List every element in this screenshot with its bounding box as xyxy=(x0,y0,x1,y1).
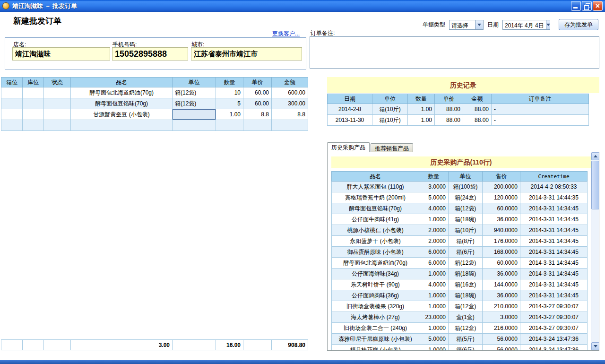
tab-history-purchase[interactable]: 历史采购产品 xyxy=(327,142,370,152)
purchase-row-price: 120.0000 xyxy=(483,192,520,203)
order-totals-row: 3.00 16.00 908.80 xyxy=(1,340,308,350)
purchase-row[interactable]: 乐天树叶饼干 (90g)4.0000箱(16盒)144.00002014-3-3… xyxy=(332,279,588,290)
purchase-row-price: 176.0000 xyxy=(483,236,520,247)
purchase-row-qty: 2.0000 xyxy=(419,236,449,247)
purchase-row-qty: 1.0000 xyxy=(419,290,449,301)
history-row-qty: 1.00 xyxy=(408,115,435,126)
purchase-row-unit: 箱(12袋) xyxy=(449,258,483,269)
purchase-row-name: 胖大人紫米面包 (110g) xyxy=(332,182,419,192)
purchase-row-time: 2014-3-27 09:30:07 xyxy=(520,323,588,334)
purchase-row-qty: 4.0000 xyxy=(419,203,449,214)
purchase-row-unit: 箱(18碗) xyxy=(449,269,483,279)
restore-button[interactable] xyxy=(582,1,592,11)
change-customer-link[interactable]: 更换客户... xyxy=(272,30,306,38)
purchase-row[interactable]: 公仔面牛肉味(41g)1.0000箱(18碗)36.00002014-3-31 … xyxy=(332,214,588,225)
purchase-row-qty: 5.0000 xyxy=(419,192,449,203)
column-header: 售价 xyxy=(483,172,520,182)
history-row-amount: 88.00 xyxy=(463,104,492,115)
order-row-unit xyxy=(173,109,216,120)
window-controls xyxy=(571,1,603,11)
purchase-row[interactable]: 酵母面包北海道奶油(70g)6.0000箱(12袋)60.00002014-3-… xyxy=(332,258,588,269)
purchase-row[interactable]: 桃源小核桃仁 (小包装)2.0000箱(10斤)940.00002014-3-3… xyxy=(332,225,588,236)
order-row[interactable]: 酵母面包北海道奶油(70g)箱(12袋)1060.00600.00 xyxy=(1,87,308,98)
order-row-loc xyxy=(23,109,44,120)
purchase-row-unit: 箱(6斤) xyxy=(449,247,483,258)
purchase-scrollbar[interactable] xyxy=(591,152,599,350)
column-header: 单位 xyxy=(449,172,483,182)
purchase-row[interactable]: 森雅印尼千层糕原味 (小包装)5.0000箱(5斤)56.00002014-3-… xyxy=(332,334,588,345)
purchase-row[interactable]: 旧街场盒装榛果 (320g)1.0000箱(12盒)210.00002014-3… xyxy=(332,301,588,312)
history-row-unit: 箱(10斤) xyxy=(372,115,408,126)
order-row-qty xyxy=(216,120,243,131)
purchase-row-time: 2014-3-24 13:47:36 xyxy=(520,345,588,351)
purchase-row-name: 宾格瑞香蕉牛奶 (200ml) xyxy=(332,192,419,203)
order-row-status xyxy=(44,109,71,120)
order-row-qty: 5 xyxy=(216,98,243,109)
purchase-row[interactable]: 海太烤薯棒小 (27g)23.0000盒(1盒)3.00002014-3-27 … xyxy=(332,312,588,323)
order-row[interactable]: 甘源蟹黄蚕豆 (小包装)1.008.88.8 xyxy=(1,109,308,120)
order-row-box xyxy=(1,98,23,109)
purchase-row-time: 2014-3-31 14:34:45 xyxy=(520,279,588,290)
history-row-price: 88.00 xyxy=(435,104,463,115)
store-name-field[interactable] xyxy=(12,47,110,61)
purchase-row[interactable]: 永阳菠萝干 (小包装)2.0000箱(8斤)176.00002014-3-31 … xyxy=(332,236,588,247)
column-header: 日期 xyxy=(328,94,372,104)
order-row[interactable] xyxy=(1,120,308,131)
history-row[interactable]: 2014-2-8箱(10斤)1.0088.0088.00- xyxy=(328,104,589,115)
purchase-row-unit: 箱(6斤) xyxy=(449,345,483,351)
purchase-row-price: 940.0000 xyxy=(483,225,520,236)
save-wholesale-button[interactable]: 存为批发单 xyxy=(559,19,598,30)
history-row[interactable]: 2013-11-30箱(10斤)1.0088.0088.00- xyxy=(328,115,589,126)
doc-type-select[interactable]: 请选择 xyxy=(449,20,484,30)
purchase-row[interactable]: 旧街场盒装二合一 (240g)1.0000箱(12盒)216.00002014-… xyxy=(332,323,588,334)
column-header: Createtime xyxy=(520,172,588,182)
order-row[interactable]: 酵母面包豆馅味(70g)箱(12袋)560.00300.00 xyxy=(1,98,308,109)
order-row-box xyxy=(1,109,23,120)
purchase-row-price: 36.0000 xyxy=(483,290,520,301)
purchase-row-unit: 箱(10斤) xyxy=(449,225,483,236)
purchase-panel-title: 历史采购产品(110行) xyxy=(331,156,591,168)
order-row-unit xyxy=(173,120,216,131)
purchase-row-time: 2014-3-31 14:34:45 xyxy=(520,214,588,225)
app-icon xyxy=(2,2,9,9)
window-title: 靖江淘滋味 － 批发订单 xyxy=(12,2,571,10)
order-table-header: 箱位库位状态品名单位数量单价金额 xyxy=(1,78,308,87)
purchase-row-qty: 6.0000 xyxy=(419,258,449,269)
history-row-remark: - xyxy=(492,115,589,126)
phone-field[interactable] xyxy=(112,47,188,61)
minimize-button[interactable] xyxy=(571,1,581,11)
date-value: 2014年 4月 4日 xyxy=(503,20,546,29)
order-remark-input[interactable] xyxy=(310,36,599,69)
scrollbar-thumb[interactable] xyxy=(591,161,599,209)
history-table: 日期单位数量单价金额订单备注 2014-2-8箱(10斤)1.0088.0088… xyxy=(327,94,589,126)
purchase-row[interactable]: 精品桂花糕 (小包装)1.0000箱(6斤)56.00002014-3-24 1… xyxy=(332,345,588,351)
tab-recommend-sale[interactable]: 推荐销售产品 xyxy=(371,143,413,152)
column-header: 订单备注 xyxy=(492,94,589,104)
order-row-qty: 1.00 xyxy=(216,109,243,120)
purchase-row[interactable]: 公仔面海鲜味(34g)1.0000箱(18碗)36.00002014-3-31 … xyxy=(332,269,588,279)
purchase-row-name: 森雅印尼千层糕原味 (小包装) xyxy=(332,334,419,345)
purchase-row-qty: 23.0000 xyxy=(419,312,449,323)
close-button[interactable] xyxy=(593,1,603,11)
purchase-row-qty: 2.0000 xyxy=(419,225,449,236)
scroll-down-icon[interactable] xyxy=(591,342,599,350)
purchase-row-time: 2014-4-2 08:50:33 xyxy=(520,182,588,192)
date-select[interactable]: 2014年 4月 4日 xyxy=(502,20,550,30)
scroll-up-icon[interactable] xyxy=(591,152,599,160)
purchase-row[interactable]: 酵母面包豆馅味(70g)4.0000箱(12袋)60.00002014-3-31… xyxy=(332,203,588,214)
purchase-row[interactable]: 宾格瑞香蕉牛奶 (200ml)5.0000箱(24盒)120.00002014-… xyxy=(332,192,588,203)
city-field[interactable] xyxy=(191,47,302,61)
chevron-down-icon[interactable] xyxy=(546,20,550,29)
purchase-row[interactable]: 御品蛋酥原味 (小包装)6.0000箱(6斤)168.00002014-3-31… xyxy=(332,247,588,258)
purchase-row[interactable]: 公仔面鸡肉味(36g)1.0000箱(18碗)36.00002014-3-31 … xyxy=(332,290,588,301)
purchase-row-time: 2014-3-31 14:44:35 xyxy=(520,192,588,203)
purchase-row[interactable]: 胖大人紫米面包 (110g)3.0000箱(100袋)200.00002014-… xyxy=(332,182,588,192)
column-header: 数量 xyxy=(408,94,435,104)
order-row-name: 酵母面包北海道奶油(70g) xyxy=(71,87,173,98)
toolbar: 单据类型 请选择 日期 2014年 4月 4日 存为批发单 xyxy=(423,19,598,30)
chevron-down-icon[interactable] xyxy=(475,20,483,29)
column-header: 品名 xyxy=(71,78,173,87)
purchase-row-time: 2014-3-24 13:47:36 xyxy=(520,334,588,345)
history-section-title: 历史记录 xyxy=(327,77,599,93)
column-header: 单价 xyxy=(435,94,463,104)
